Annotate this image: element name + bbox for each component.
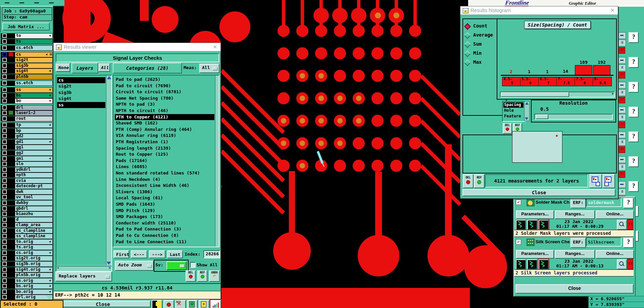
show-all-checkbox[interactable] xyxy=(190,262,196,268)
alert-button[interactable]: !! xyxy=(618,97,625,103)
category-item[interactable]: SMD Packages (173) xyxy=(115,214,214,220)
layer-visibility-checkbox[interactable] xyxy=(2,273,7,277)
viewer-layer-item[interactable]: sig2t xyxy=(57,83,105,89)
layer-visibility-checkbox[interactable] xyxy=(2,69,7,73)
magnifier-icon[interactable] xyxy=(617,220,627,230)
viewer-close-button[interactable]: Close xyxy=(55,301,151,307)
replace-layers-dropdown[interactable]: Replace layers xyxy=(55,271,112,281)
layer-visibility-checkbox[interactable] xyxy=(2,256,7,260)
histogram-icon[interactable] xyxy=(210,300,221,308)
layer-name[interactable]: gd2 xyxy=(15,134,53,139)
measure-item[interactable]: Spacing xyxy=(503,102,524,108)
measure-item[interactable]: Hole xyxy=(503,108,524,113)
measure-item[interactable]: Feature xyxy=(503,114,524,119)
layer-name[interactable]: pln5b xyxy=(15,74,53,80)
layer-name[interactable]: sig2t.orig xyxy=(15,256,53,261)
layer-visibility-checkbox[interactable] xyxy=(2,223,7,227)
checklist-close-button[interactable]: Close xyxy=(515,284,634,294)
layer-visibility-checkbox[interactable] xyxy=(2,206,7,211)
help-button[interactable]: ? xyxy=(629,107,639,117)
meas-dropdown[interactable]: All xyxy=(199,64,219,73)
layer-list-hscrollbar[interactable]: ◀ ▶ xyxy=(56,266,112,272)
erf-value-input[interactable]: Silkscreen xyxy=(586,237,622,247)
filter-all-button[interactable]: All xyxy=(98,63,110,72)
erf-value-input[interactable]: soldermask xyxy=(586,198,622,207)
help-button[interactable]: ? xyxy=(629,132,639,142)
help-button[interactable]: ? xyxy=(629,32,639,43)
layer-name[interactable]: cvia xyxy=(15,178,53,184)
category-item[interactable]: Spacing length (2139) xyxy=(115,145,214,151)
scroll-up-icon[interactable] xyxy=(107,76,111,79)
layer-visibility-checkbox[interactable] xyxy=(2,262,7,266)
layer-visibility-checkbox[interactable] xyxy=(2,129,7,133)
contrast-icon[interactable] xyxy=(152,300,162,308)
layer-visibility-checkbox[interactable] xyxy=(2,284,7,288)
layer-name[interactable]: laser1-2 xyxy=(15,110,53,116)
layer-visibility-checkbox[interactable] xyxy=(2,116,7,121)
viewer-layer-item[interactable]: sig4t xyxy=(57,96,105,102)
layer-visibility-checkbox[interactable] xyxy=(2,234,7,238)
category-item[interactable]: SMD Pads (1643) xyxy=(115,201,214,207)
scroll-down-icon[interactable] xyxy=(107,262,111,265)
layer-visibility-checkbox[interactable] xyxy=(2,34,7,38)
list-icon[interactable]: ≡ xyxy=(618,114,626,121)
list-icon[interactable]: ≡ xyxy=(618,64,626,71)
layer-visibility-checkbox[interactable] xyxy=(2,145,7,149)
layer-name[interactable]: sig2t xyxy=(15,57,53,63)
category-item[interactable]: Non standard rotated lines (574) xyxy=(115,170,214,176)
category-item[interactable]: Pad to Line Connection (11) xyxy=(115,239,214,245)
scroll-right-icon[interactable]: ▶ xyxy=(612,91,614,96)
layer-name[interactable]: to.orig➤ xyxy=(15,239,53,245)
layer-visibility-checkbox[interactable] xyxy=(2,162,7,166)
layer-visibility-checkbox[interactable] xyxy=(2,46,7,50)
category-item[interactable]: Pad to pad (2625) xyxy=(115,76,214,83)
layer-visibility-checkbox[interactable] xyxy=(2,167,7,172)
alert-button[interactable]: !! xyxy=(618,146,625,153)
layer-name[interactable]: npth xyxy=(15,172,53,178)
last-button[interactable]: Last xyxy=(167,250,183,258)
magnifier-icon[interactable] xyxy=(617,259,627,269)
layer-name[interactable]: sig4t.orig➤ xyxy=(15,267,53,272)
layer-name[interactable]: bp xyxy=(15,128,53,134)
layer-name[interactable]: slo xyxy=(15,161,53,167)
tool-icon[interactable] xyxy=(618,107,626,113)
category-item[interactable]: Same Net Spacing (780) xyxy=(115,95,214,101)
scroll-right-icon[interactable]: ▶ xyxy=(109,266,111,269)
list-icon[interactable]: ≡ xyxy=(618,89,626,96)
erf-button[interactable]: ERF: xyxy=(571,238,586,248)
notes-yellow-icon[interactable]: ≡ xyxy=(199,300,209,308)
viewer-layer-item[interactable]: sig3b xyxy=(57,90,105,96)
layer-visibility-checkbox[interactable] xyxy=(2,278,7,283)
category-item[interactable]: PTH (Comp) Annular ring (464) xyxy=(115,126,214,133)
ref-crossed-icon[interactable]: REF✕ xyxy=(175,300,186,308)
layer-visibility-checkbox[interactable] xyxy=(2,212,7,216)
layer-name[interactable]: clamp_area xyxy=(15,222,53,228)
tool-icon[interactable] xyxy=(618,32,626,39)
layer-name[interactable]: bs.orig➤ xyxy=(15,284,53,289)
layer-name[interactable]: ss_clampline xyxy=(15,234,53,239)
layer-name[interactable]: dwkby xyxy=(15,200,53,206)
category-item[interactable]: Slivers (1306) xyxy=(115,189,214,195)
category-item[interactable]: SMD Pitch (129) xyxy=(115,208,214,214)
layer-name[interactable]: dwk xyxy=(15,189,53,195)
alert-button[interactable]: !! xyxy=(627,219,633,230)
list-icon[interactable]: ≡ xyxy=(618,40,626,46)
prev-button[interactable]: <--- xyxy=(131,250,147,258)
layer-visibility-checkbox[interactable] xyxy=(2,251,7,255)
analysis-run-icon[interactable] xyxy=(527,259,537,269)
layer-name[interactable]: gg1 xyxy=(15,145,53,150)
layer-visibility-checkbox[interactable] xyxy=(2,290,7,294)
online-button[interactable]: Online... xyxy=(596,250,634,259)
ranges-button[interactable]: Ranges... xyxy=(555,250,595,259)
category-item[interactable]: Line Neckdown (4) xyxy=(115,176,214,183)
layer-name[interactable]: sig3b.orig xyxy=(15,261,53,267)
import-histogram-icon[interactable] xyxy=(602,174,615,188)
check-enabled-checkbox[interactable]: ✔ xyxy=(516,200,521,205)
layer-visibility-checkbox[interactable] xyxy=(2,184,7,188)
category-item[interactable]: Pads (17164) xyxy=(115,158,214,164)
tool-icon[interactable] xyxy=(618,57,626,64)
layer-visibility-checkbox[interactable] xyxy=(2,52,7,57)
layer-name[interactable]: cs➤⊞ xyxy=(15,52,53,57)
layer-visibility-checkbox[interactable] xyxy=(2,195,7,199)
online-button[interactable]: Online... xyxy=(596,210,634,219)
